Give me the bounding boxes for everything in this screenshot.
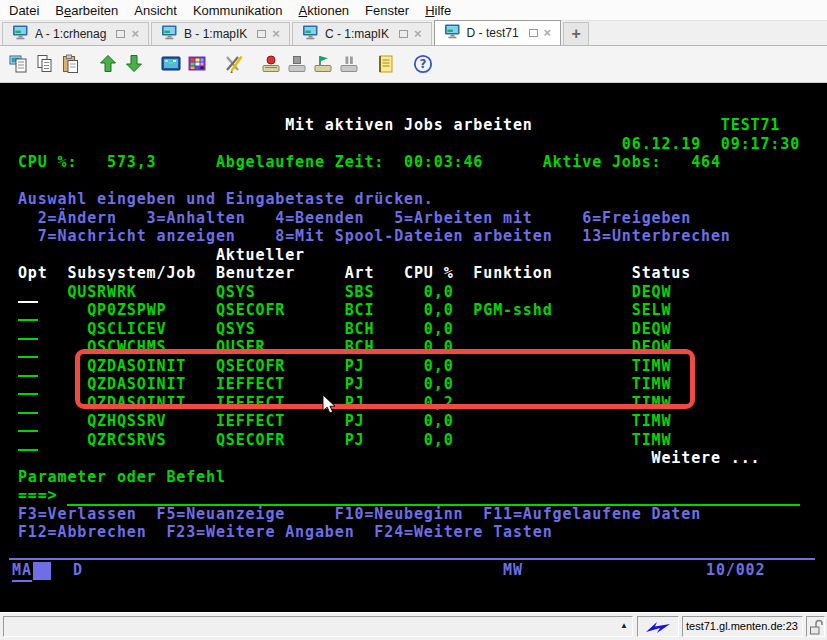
copy-screen-icon[interactable] xyxy=(6,50,32,78)
menu-hilfe[interactable]: Hilfe xyxy=(425,3,451,18)
terminal-text xyxy=(8,338,18,356)
input-field[interactable] xyxy=(67,486,800,506)
terminal-text xyxy=(8,412,18,430)
input-field[interactable] xyxy=(18,357,38,377)
terminal-line: F12=Abbrechen F23=Weitere Angaben F24=We… xyxy=(8,523,827,542)
restore-icon[interactable] xyxy=(399,30,408,38)
connection-status-panel xyxy=(637,616,679,637)
session-monitor-icon xyxy=(12,25,29,43)
terminal-text: Auswahl eingeben und Eingabetaste drücke… xyxy=(8,190,434,208)
edit-cut-icon[interactable] xyxy=(221,50,247,78)
macro-record-icon[interactable] xyxy=(258,50,284,78)
terminal-line: QSCLICEV QSYS BCH 0,0 DEQW xyxy=(8,320,827,339)
terminal-text: 7=Nachricht anzeigen 8=Mit Spool-Dateien… xyxy=(8,227,731,245)
tab-session-c[interactable]: C - 1:mapIK× xyxy=(292,22,432,45)
terminal-line: 06.12.19 09:17:30 xyxy=(8,135,827,154)
terminal-text: QP0ZSPWP QSECOFR BCI 0,0 PGM-sshd SELW xyxy=(38,301,672,319)
close-icon[interactable]: × xyxy=(414,29,422,39)
input-field[interactable] xyxy=(18,283,38,303)
terminal-text: QSCLICEV QSYS BCH 0,0 DEQW xyxy=(38,320,672,338)
terminal-text: Aktueller xyxy=(8,246,305,264)
close-icon[interactable]: × xyxy=(544,28,552,38)
input-field[interactable] xyxy=(18,301,38,321)
mouse-cursor xyxy=(322,395,336,415)
input-field[interactable] xyxy=(18,431,38,451)
new-session-button[interactable]: + xyxy=(563,22,589,45)
toolbar: ? xyxy=(0,46,827,83)
input-field[interactable] xyxy=(18,338,38,358)
terminal-text: Mit aktiven Jobs arbeiten xyxy=(8,116,533,134)
menu-datei[interactable]: Datei xyxy=(9,3,39,18)
terminal-line: QZHQSSRV IEFFECT PJ 0,0 TIMW xyxy=(8,412,827,431)
color-mapping-icon[interactable] xyxy=(184,50,210,78)
terminal-line: QUSRWRK QSYS SBS 0,0 DEQW xyxy=(8,283,827,302)
input-field[interactable] xyxy=(18,412,38,432)
terminal-text: 06.12.19 09:17:30 xyxy=(8,135,800,153)
terminal-text: F12=Abbrechen F23=Weitere Angaben F24=We… xyxy=(8,523,553,541)
copy-icon[interactable] xyxy=(32,50,58,78)
tab-label: C - 1:mapIK xyxy=(325,27,389,41)
unlocked-padlock-icon xyxy=(809,619,823,635)
menu-bar: DateiBearbeitenAnsichtKommunikationAktio… xyxy=(0,0,827,21)
session-monitor-icon xyxy=(161,25,178,43)
security-panel xyxy=(806,616,825,637)
oia-cursor-position: 10/002 xyxy=(706,561,765,580)
paste-icon[interactable] xyxy=(58,50,84,78)
terminal-line: Parameter oder Befehl xyxy=(8,468,827,487)
hostname-text: test71.gl.menten.de:23 xyxy=(686,620,798,632)
tab-session-a[interactable]: A - 1:crhenag× xyxy=(2,22,149,45)
terminal-screen[interactable]: Mit aktiven Jobs arbeiten TEST71 06.12.1… xyxy=(0,83,827,612)
session-monitor-icon xyxy=(444,24,461,42)
restore-icon[interactable] xyxy=(116,30,125,38)
tab-label: B - 1:mapIK xyxy=(184,27,247,41)
menu-aktionen[interactable]: Aktionen xyxy=(299,3,350,18)
tab-label: A - 1:crhenag xyxy=(35,27,106,41)
send-file-icon[interactable] xyxy=(95,50,121,78)
tab-label: D - test71 xyxy=(467,26,519,40)
terminal-text: CPU %: 573,3 Abgelaufene Zeit: 00:03:46 … xyxy=(8,153,721,171)
terminal-line: Weitere ... xyxy=(8,449,827,468)
input-field[interactable] xyxy=(18,394,38,414)
macro-stop-icon[interactable] xyxy=(284,50,310,78)
receive-file-icon[interactable] xyxy=(121,50,147,78)
input-field[interactable] xyxy=(18,320,38,340)
terminal-text xyxy=(8,283,18,301)
oia-message-wait: MW xyxy=(503,561,523,580)
restore-icon[interactable] xyxy=(529,29,538,37)
expand-arrow-icon[interactable]: ▲ xyxy=(620,621,628,631)
terminal-text: Weitere ... xyxy=(8,449,760,467)
terminal-text: QZHQSSRV IEFFECT PJ 0,0 TIMW xyxy=(38,412,672,430)
oia-system-indicator: MA xyxy=(12,561,32,582)
session-monitor-icon xyxy=(302,25,319,43)
terminal-line: CPU %: 573,3 Abgelaufene Zeit: 00:03:46 … xyxy=(8,153,827,172)
hostname-panel: test71.gl.menten.de:23 xyxy=(682,616,803,637)
tab-session-b[interactable]: B - 1:mapIK× xyxy=(151,22,290,45)
input-field[interactable] xyxy=(18,375,38,395)
menu-fenster[interactable]: Fenster xyxy=(365,3,409,18)
terminal-text: QUSRWRK QSYS SBS 0,0 DEQW xyxy=(38,283,672,301)
terminal-text: Parameter oder Befehl xyxy=(8,468,226,486)
svg-text:?: ? xyxy=(420,57,427,71)
menu-ansicht[interactable]: Ansicht xyxy=(134,3,177,18)
close-icon[interactable]: × xyxy=(131,29,139,39)
terminal-text: QZRCSRVS QSECOFR PJ 0,0 TIMW xyxy=(38,431,672,449)
scratchpad-icon[interactable] xyxy=(373,50,399,78)
macro-play-icon[interactable] xyxy=(310,50,336,78)
status-bar: ▲ test71.gl.menten.de:23 xyxy=(0,612,827,640)
terminal-text xyxy=(8,431,18,449)
oia-session-id: D xyxy=(73,561,83,580)
close-icon[interactable]: × xyxy=(272,29,280,39)
terminal-text xyxy=(8,357,18,375)
emulator-window: DateiBearbeitenAnsichtKommunikationAktio… xyxy=(0,0,827,640)
tab-bar: A - 1:crhenag×B - 1:mapIK×C - 1:mapIK×D … xyxy=(0,21,827,46)
menu-kommunikation[interactable]: Kommunikation xyxy=(193,3,283,18)
menu-bearbeiten[interactable]: Bearbeiten xyxy=(55,3,118,18)
macro-pause-icon[interactable] xyxy=(336,50,362,78)
terminal-text: TEST71 xyxy=(533,116,781,134)
help-icon[interactable]: ? xyxy=(410,50,436,78)
restore-icon[interactable] xyxy=(257,30,266,38)
display-settings-icon[interactable] xyxy=(158,50,184,78)
terminal-text: ===> xyxy=(8,486,67,504)
tab-session-d[interactable]: D - test71× xyxy=(434,20,562,45)
terminal-text: Opt Subsystem/Job Benutzer Art CPU % Fun… xyxy=(8,264,691,282)
